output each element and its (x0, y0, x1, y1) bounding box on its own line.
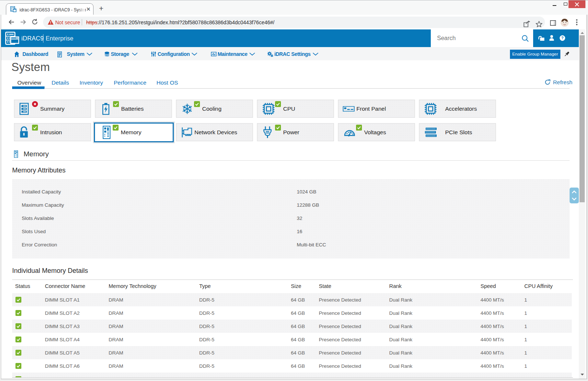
svg-text:?: ? (561, 36, 563, 40)
